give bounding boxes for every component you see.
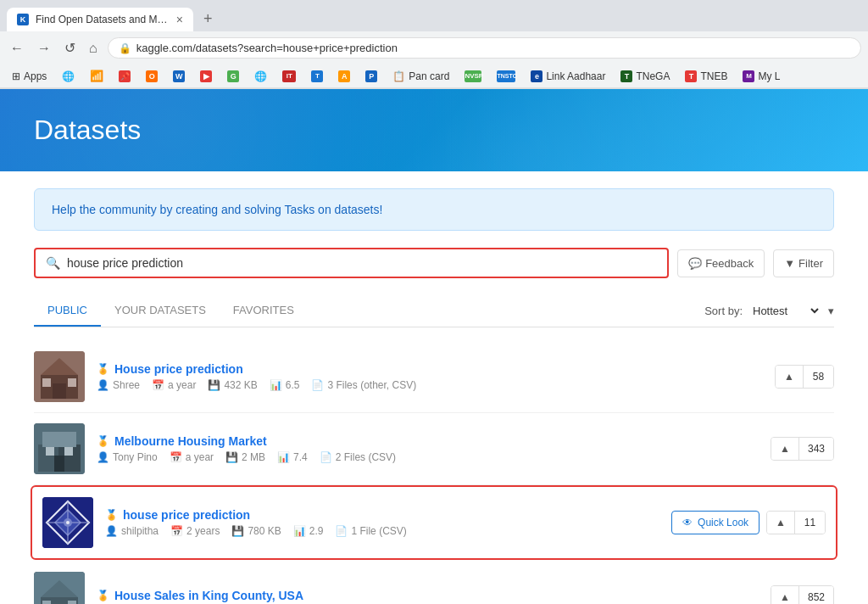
bookmark-6[interactable]: W [168,69,190,84]
dataset-item-3: 🏅 house price prediction 👤 shilpitha 📅 2… [31,485,837,560]
filter-label: Filter [798,257,823,270]
person-icon-1: 👤 [97,379,109,391]
address-bar-row: ← → ↺ ⌂ 🔒 kaggle.com/datasets?search=hou… [0,31,868,64]
search-box: 🔍 [34,248,669,278]
browser-chrome: K Find Open Datasets and Machine... × + … [0,0,868,89]
sort-label: Sort by: [704,305,743,317]
back-button[interactable]: ← [7,37,27,59]
feedback-button[interactable]: 💬 Feedback [677,249,765,277]
bookmark-icon-2: 🌐 [62,70,75,82]
upvote-button-4[interactable]: ▲ [771,586,799,604]
chart-icon-2: 📊 [277,451,290,463]
bookmark-10[interactable]: IT [277,69,301,84]
files-2: 📄 2 Files (CSV) [320,451,396,463]
bookmark-icon-4: 📌 [119,70,131,82]
author-3: 👤 shilpitha [105,525,159,537]
dataset-title-4[interactable]: House Sales in King County, USA [114,589,303,602]
bookmark-icon-8: G [227,70,239,82]
bookmark-7[interactable]: ▶ [195,69,217,84]
bookmark-tnega[interactable]: TTNeGA [615,69,675,84]
bookmark-5[interactable]: O [141,69,163,84]
lock-icon: 🔒 [119,42,131,54]
filter-button[interactable]: ▼ Filter [773,249,834,277]
dataset-actions-4: ▲ 852 [771,585,834,604]
bookmark-13[interactable]: P [360,69,382,84]
medal-icon-1: 🏅 [97,363,109,375]
feedback-label: Feedback [705,257,754,270]
storage-icon-1: 💾 [208,379,220,391]
dataset-thumbnail-svg-3 [42,497,93,548]
dataset-info-1: 🏅 House price prediction 👤 Shree 📅 a yea… [97,362,763,391]
svg-rect-25 [42,601,51,604]
bookmark-icon-9: 🌐 [254,70,267,82]
person-icon-2: 👤 [97,451,109,463]
dataset-actions-2: ▲ 343 [771,437,834,461]
tab-favorites[interactable]: FAVORITES [220,295,308,327]
upvote-button-1[interactable]: ▲ [776,366,804,388]
bookmark-tnstc[interactable]: TNSTC [492,69,520,84]
bookmark-4[interactable]: 📌 [114,69,136,84]
tab-close-button[interactable]: × [176,13,183,26]
dataset-info-2: 🏅 Melbourne Housing Market 👤 Tony Pino 📅… [97,434,759,463]
author-1: 👤 Shree [97,379,140,391]
quick-look-button[interactable]: 👁 Quick Look [671,511,760,534]
upvote-button-2[interactable]: ▲ [771,438,799,460]
tab-public[interactable]: PUBLIC [34,295,101,327]
tab-your-datasets[interactable]: YOUR DATASETS [101,295,220,327]
community-banner: Help the community by creating and solvi… [34,188,834,231]
active-tab[interactable]: K Find Open Datasets and Machine... × [7,8,193,31]
tneb-label: TNEB [700,70,727,82]
main-content: Help the community by creating and solvi… [0,171,868,604]
forward-button[interactable]: → [34,37,54,59]
dataset-actions-3: 👁 Quick Look ▲ 11 [671,511,826,534]
dataset-name-1: 🏅 House price prediction [97,362,763,376]
home-button[interactable]: ⌂ [86,37,101,59]
bookmark-3[interactable]: 📶 [85,68,108,84]
bookmark-8[interactable]: G [222,69,244,84]
address-bar[interactable]: 🔒 kaggle.com/datasets?search=house+price… [108,37,861,59]
bookmark-amazon[interactable]: A [333,69,355,84]
new-tab-button[interactable]: + [197,7,220,31]
upvote-group-1: ▲ 58 [775,365,834,389]
bookmark-myl[interactable]: MMy L [737,69,785,84]
dataset-name-4: 🏅 House Sales in King County, USA [97,589,759,602]
svg-rect-9 [42,432,76,447]
calendar-icon-1: 📅 [152,379,164,391]
file-icon-1: 📄 [311,379,324,391]
dataset-list: 🏅 House price prediction 👤 Shree 📅 a yea… [34,341,834,604]
bookmark-9[interactable]: 🌐 [249,69,272,84]
refresh-button[interactable]: ↺ [61,36,79,59]
dataset-actions-1: ▲ 58 [775,365,834,389]
dataset-item-1: 🏅 House price prediction 👤 Shree 📅 a yea… [34,341,834,413]
bookmark-icon-amazon: A [338,70,350,82]
dataset-title-2[interactable]: Melbourne Housing Market [114,434,267,448]
sort-select[interactable]: Hottest Most Votes Newest [749,304,821,318]
bookmark-2[interactable]: 🌐 [57,69,80,84]
bookmark-11[interactable]: T [306,69,328,84]
dataset-title-1[interactable]: House price prediction [114,362,243,376]
upvote-count-2: 343 [799,438,833,460]
svg-point-20 [66,521,70,524]
svg-rect-4 [42,378,51,387]
upvote-group-3: ▲ 11 [766,511,826,534]
bookmark-nvsp[interactable]: NVSP [459,69,487,84]
medal-icon-4: 🏅 [97,590,109,601]
dataset-thumbnail-svg-4 [34,572,85,604]
bookmark-tneb[interactable]: TTNEB [680,69,732,84]
bookmark-apps[interactable]: ⊞ Apps [7,69,52,84]
calendar-icon-2: 📅 [170,451,182,463]
file-icon-3: 📄 [335,525,348,537]
dataset-name-3: 🏅 house price prediction [105,508,659,522]
dataset-title-3[interactable]: house price prediction [123,508,250,522]
bookmark-link-aadhaar[interactable]: eLink Aadhaar [526,69,610,84]
upvote-button-3[interactable]: ▲ [767,512,795,534]
tnega-icon: T [620,70,632,82]
dataset-meta-1: 👤 Shree 📅 a year 💾 432 KB 📊 [97,379,763,391]
usability-1: 📊 6.5 [270,379,300,391]
bookmark-pancard[interactable]: 📋Pan card [387,69,454,84]
medal-icon-2: 🏅 [97,435,109,447]
search-input[interactable] [67,256,657,270]
url-text: kaggle.com/datasets?search=house+price+p… [136,42,850,54]
filter-icon: ▼ [784,257,795,270]
pancard-label: Pan card [409,70,449,82]
